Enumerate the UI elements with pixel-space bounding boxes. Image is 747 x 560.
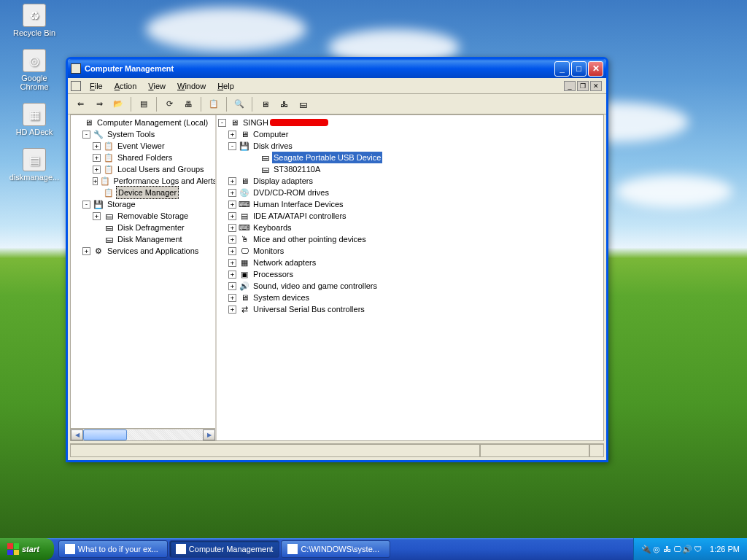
expander-icon[interactable]: + [93,212,101,220]
device-root[interactable]: -🖥SINGH [218,117,602,128]
device-category[interactable]: -💾Disk drives [218,140,602,152]
desktop-icon-diskmanage[interactable]: ▤diskmanage... [7,148,61,182]
inner-close-button[interactable]: ✕ [590,81,602,91]
tree-item[interactable]: 📋Device Manager [72,187,214,198]
tree-root[interactable]: 🖥Computer Management (Local) [72,117,214,128]
device-category[interactable]: +⇄Universal Serial Bus controllers [218,303,602,315]
chrome-icon [65,544,75,554]
properties-icon[interactable]: ▤ [136,96,152,112]
menu-help[interactable]: Help [212,80,240,92]
network-icon[interactable]: 🖧 [662,544,672,554]
inner-restore-button[interactable]: ❐ [577,81,589,91]
device-category[interactable]: +🔊Sound, video and game controllers [218,280,602,292]
expander-icon[interactable]: + [228,177,236,185]
menu-window[interactable]: Window [171,80,212,92]
device1-icon[interactable]: 🖥 [257,96,273,112]
expander-icon[interactable]: - [82,131,90,139]
expander-icon[interactable]: + [82,247,90,255]
expander-icon[interactable]: + [228,201,236,209]
up-folder-icon[interactable]: 📂 [110,96,126,112]
forward-icon[interactable]: ⇒ [91,96,107,112]
maximize-button[interactable]: □ [571,61,587,77]
minimize-button[interactable]: _ [554,61,570,77]
console-tree[interactable]: 🖥Computer Management (Local)-🔧System Too… [71,115,215,428]
expander-icon[interactable]: + [228,189,236,197]
expander-icon[interactable]: + [228,224,236,232]
menu-view[interactable]: View [142,80,171,92]
device-category[interactable]: +🖥System devices [218,292,602,303]
tree-label: System devices [252,292,311,303]
left-scrollbar[interactable]: ◀ ▶ [71,428,215,440]
tree-storage[interactable]: -💾Storage [72,198,214,210]
device-category[interactable]: +🖥Display adapters [218,175,602,187]
shield-icon[interactable]: 🛡 [692,544,703,554]
expander-icon[interactable]: + [93,166,101,174]
expander-icon[interactable]: + [228,212,236,220]
device-category[interactable]: +🖱Mice and other pointing devices [218,233,602,245]
expander-icon[interactable]: + [228,294,236,302]
menu-action[interactable]: Action [109,80,143,92]
device-item[interactable]: 🖴ST3802110A [218,163,602,175]
scroll-right-button[interactable]: ▶ [203,429,215,440]
close-button[interactable]: ✕ [588,61,603,77]
expander-icon[interactable]: + [93,154,101,162]
refresh-icon[interactable]: ⟳ [161,96,177,112]
scan-icon[interactable]: 🔍 [231,96,247,112]
scroll-left-button[interactable]: ◀ [71,429,83,440]
device-category[interactable]: +💿DVD/CD-ROM drives [218,187,602,198]
device-tree[interactable]: -🖥SINGH+🖥Computer-💾Disk drives🖴Seagate P… [217,115,603,316]
expander-icon[interactable]: + [228,259,236,267]
expander-icon[interactable]: - [82,201,90,209]
desktop-icon-recycle-bin[interactable]: ♻Recycle Bin [7,4,61,37]
print-icon[interactable]: 🖶 [180,96,196,112]
expander-icon[interactable]: + [228,247,236,255]
expander-icon[interactable]: + [93,177,98,185]
taskbar-item[interactable]: What to do if your ex... [58,540,168,558]
tree-icon: 📋 [103,152,115,163]
expander-icon[interactable]: + [93,142,101,150]
device-item[interactable]: 🖴Seagate Portable USB Device [218,152,602,163]
menu-file[interactable]: File [84,80,109,92]
expander-icon[interactable]: + [228,282,236,290]
desktop-icon-google-chrome[interactable]: ◎Google Chrome [7,49,61,91]
tree-item[interactable]: 🖴Disk Defragmenter [72,222,214,233]
device-category[interactable]: +⌨Keyboards [218,222,602,233]
tree-item[interactable]: +🖴Removable Storage [72,210,214,222]
taskbar-item[interactable]: Computer Management [169,540,280,558]
clock[interactable]: 1:26 PM [710,545,740,553]
desktop-icon-hd-adeck[interactable]: ▦HD ADeck [7,103,61,136]
expander-icon[interactable]: + [228,271,236,279]
device3-icon[interactable]: 🖴 [295,96,311,112]
tree-services[interactable]: +⚙Services and Applications [72,245,214,257]
expander-icon[interactable]: + [228,131,236,139]
device-category[interactable]: +▦Network adapters [218,257,602,268]
display-icon[interactable]: 🖵 [672,544,682,554]
export-icon[interactable]: 📋 [206,96,222,112]
scroll-track[interactable] [83,429,203,440]
tree-item[interactable]: +📋Shared Folders [72,152,214,163]
device2-icon[interactable]: 🖧 [276,96,292,112]
chrome-icon[interactable]: ◎ [651,544,662,554]
tree-item[interactable]: 🖴Disk Management [72,233,214,245]
safely-remove-icon[interactable]: 🔌 [641,544,651,554]
taskbar-item[interactable]: C:\WINDOWS\syste... [281,540,390,558]
tree-item[interactable]: +📋Event Viewer [72,140,214,152]
expander-icon[interactable]: - [218,119,226,127]
back-icon[interactable]: ⇐ [72,96,88,112]
tree-item[interactable]: +📋Local Users and Groups [72,163,214,175]
device-category[interactable]: +🖵Monitors [218,245,602,257]
device-category[interactable]: +▣Processors [218,268,602,280]
device-category[interactable]: +⌨Human Interface Devices [218,198,602,210]
expander-icon[interactable]: + [228,306,236,314]
device-category[interactable]: +▤IDE ATA/ATAPI controllers [218,210,602,222]
tree-item[interactable]: +📋Performance Logs and Alerts [72,175,214,187]
tree-system-tools[interactable]: -🔧System Tools [72,128,214,140]
inner-minimize-button[interactable]: _ [564,81,576,91]
expander-icon[interactable]: + [228,236,236,244]
scroll-thumb[interactable] [83,429,127,440]
titlebar[interactable]: Computer Management _ □ ✕ [68,59,606,78]
volume-icon[interactable]: 🔊 [682,544,692,554]
expander-icon[interactable]: - [228,142,236,150]
device-category[interactable]: +🖥Computer [218,128,602,140]
start-button[interactable]: start [0,538,54,560]
